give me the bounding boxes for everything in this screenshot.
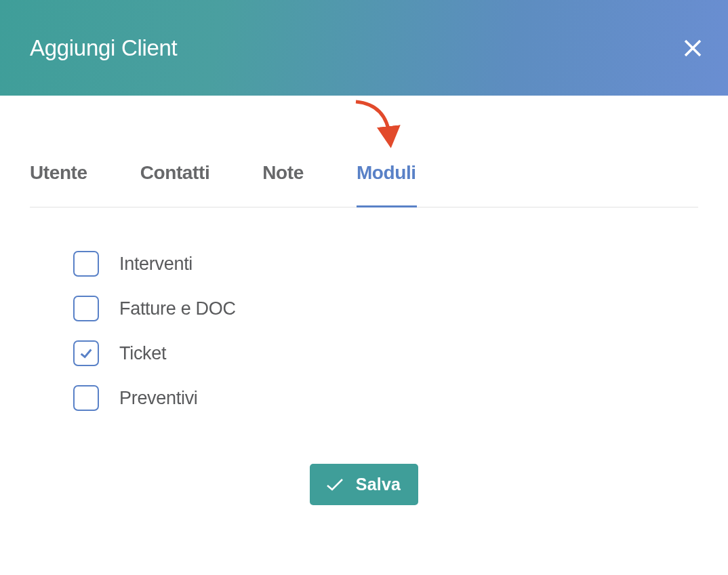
checkbox-interventi[interactable] <box>73 251 99 277</box>
close-button[interactable] <box>679 35 706 62</box>
option-label: Ticket <box>119 343 166 364</box>
tab-utente[interactable]: Utente <box>30 162 87 207</box>
tab-moduli[interactable]: Moduli <box>357 162 416 207</box>
check-icon <box>326 478 344 492</box>
option-label: Interventi <box>119 254 193 275</box>
save-button[interactable]: Salva <box>310 464 418 505</box>
dialog-header: Aggiungi Client <box>0 0 728 96</box>
checkbox-fatture[interactable] <box>73 296 99 321</box>
checkbox-ticket[interactable] <box>73 340 99 366</box>
option-preventivi: Preventivi <box>73 385 728 411</box>
annotation-arrow-icon <box>342 95 410 156</box>
option-interventi: Interventi <box>73 251 728 277</box>
tab-contatti[interactable]: Contatti <box>140 162 210 207</box>
tab-bar: Utente Contatti Note Moduli <box>30 162 698 207</box>
module-options: Interventi Fatture e DOC Ticket Preventi… <box>73 251 728 411</box>
option-label: Fatture e DOC <box>119 298 236 319</box>
tab-note[interactable]: Note <box>262 162 304 207</box>
option-ticket: Ticket <box>73 340 728 366</box>
option-fatture: Fatture e DOC <box>73 296 728 321</box>
dialog-title: Aggiungi Client <box>30 35 177 61</box>
action-row: Salva <box>0 464 728 505</box>
checkbox-preventivi[interactable] <box>73 385 99 411</box>
save-button-label: Salva <box>356 475 401 494</box>
option-label: Preventivi <box>119 388 198 409</box>
close-icon <box>683 39 702 58</box>
